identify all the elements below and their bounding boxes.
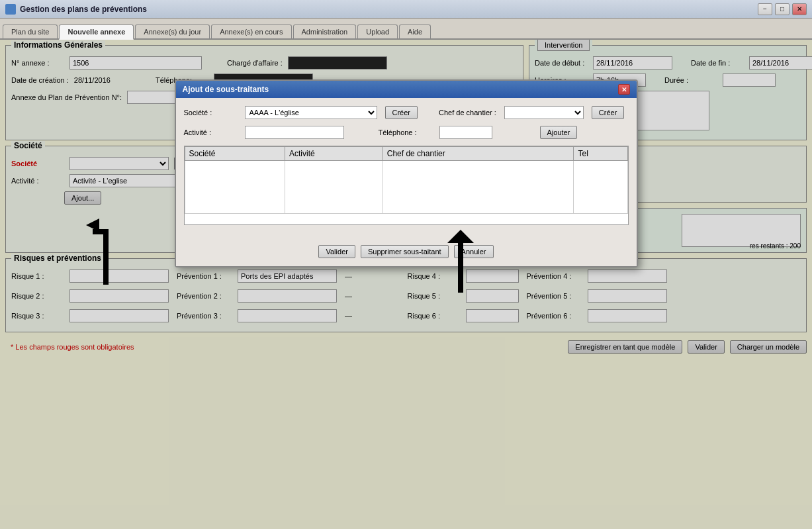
tab-upload[interactable]: Upload xyxy=(357,24,398,38)
tab-plan-site[interactable]: Plan du site xyxy=(3,24,58,38)
tab-aide[interactable]: Aide xyxy=(399,24,431,38)
col-tel: Tel xyxy=(574,147,627,161)
col-societe: Société xyxy=(185,147,285,161)
modal-close-button[interactable]: ✕ xyxy=(618,84,630,95)
tab-administration[interactable]: Administration xyxy=(293,24,357,38)
close-button[interactable]: ✕ xyxy=(792,3,807,15)
tab-annexes-cours[interactable]: Annexe(s) en cours xyxy=(211,24,291,38)
modal-creer-societe-button[interactable]: Créer xyxy=(385,106,418,119)
modal-row-2: Activité : Téléphone : Ajouter xyxy=(184,126,629,139)
app-icon xyxy=(5,4,16,15)
modal-table-area: Société Activité Chef de chantier Tel xyxy=(184,146,629,225)
modal-societe-select[interactable]: AAAA - L'église xyxy=(245,106,377,119)
modal-telephone-input[interactable] xyxy=(439,126,492,139)
modal-telephone-label: Téléphone : xyxy=(379,128,431,136)
modal-valider-button[interactable]: Valider xyxy=(318,245,355,258)
tab-nouvelle-annexe[interactable]: Nouvelle annexe xyxy=(59,24,134,40)
window-controls: − □ ✕ xyxy=(758,3,807,15)
modal-footer: Valider Supprimer sous-taitant Annuler xyxy=(176,240,637,266)
minimize-button[interactable]: − xyxy=(758,3,772,15)
tab-annexes-jour[interactable]: Annexe(s) du jour xyxy=(135,24,210,38)
window-title: Gestion des plans de préventions xyxy=(20,5,758,14)
col-activite: Activité xyxy=(285,147,383,161)
modal-supprimer-button[interactable]: Supprimer sous-taitant xyxy=(361,245,449,258)
table-row-empty xyxy=(185,161,627,214)
modal-ajouter-button[interactable]: Ajouter xyxy=(540,126,578,139)
modal-societe-label: Société : xyxy=(184,109,237,117)
modal-annuler-button[interactable]: Annuler xyxy=(454,245,494,258)
modal-chef-chantier-label: Chef de chantier : xyxy=(439,109,496,117)
modal-title: Ajout de sous-traitants xyxy=(183,85,269,94)
modal-title-bar: Ajout de sous-traitants ✕ xyxy=(176,81,637,98)
sous-traitants-table: Société Activité Chef de chantier Tel xyxy=(185,146,628,214)
restore-button[interactable]: □ xyxy=(775,3,789,15)
modal-creer-chef-button[interactable]: Créer xyxy=(592,106,625,119)
main-content: Informations Générales N° annexe : Charg… xyxy=(0,40,812,529)
col-chef-chantier: Chef de chantier xyxy=(383,147,574,161)
modal-chef-chantier-select[interactable] xyxy=(504,106,584,119)
modal-activite-label: Activité : xyxy=(184,128,237,136)
modal-overlay: Ajout de sous-traitants ✕ Société : AAAA… xyxy=(0,40,812,529)
modal-sous-traitants: Ajout de sous-traitants ✕ Société : AAAA… xyxy=(175,79,638,267)
title-bar: Gestion des plans de préventions − □ ✕ xyxy=(0,0,812,19)
modal-row-1: Société : AAAA - L'église Créer Chef de … xyxy=(184,106,629,119)
modal-activite-input[interactable] xyxy=(245,126,344,139)
tab-bar: Plan du site Nouvelle annexe Annexe(s) d… xyxy=(0,19,812,40)
modal-body: Société : AAAA - L'église Créer Chef de … xyxy=(176,98,637,240)
